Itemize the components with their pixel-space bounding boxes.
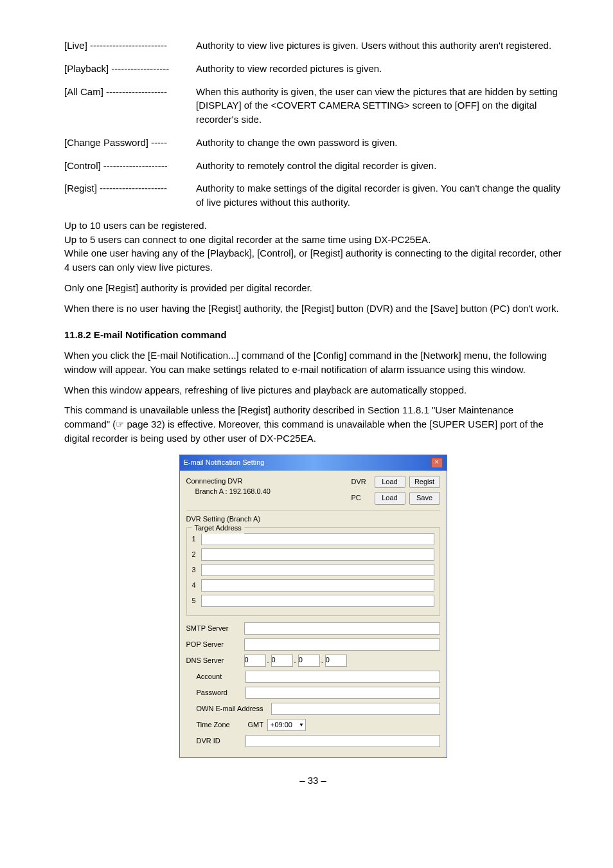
email-notification-dialog: E-mail Notification Setting × Connnectin… <box>179 455 447 759</box>
timezone-value: +09:00 <box>271 720 292 730</box>
dvr-load-button[interactable]: Load <box>375 476 405 489</box>
target-row-number: 1 <box>192 534 201 545</box>
account-label: Account <box>197 672 245 682</box>
account-input[interactable] <box>245 671 440 683</box>
definitions-list: [Live] ------------------------ Authorit… <box>64 39 562 210</box>
def-label: [Change Password] ----- <box>64 136 196 150</box>
password-input[interactable] <box>245 687 440 699</box>
chevron-down-icon: ▼ <box>296 721 304 729</box>
section-heading: 11.8.2 E-mail Notification command <box>64 328 562 342</box>
def-label: [Live] ------------------------ <box>64 39 196 53</box>
paragraph: This command is unavailable unless the [… <box>64 403 562 445</box>
connecting-dvr-label: Connnecting DVR <box>186 476 271 487</box>
def-label: [Regist] --------------------- <box>64 181 196 210</box>
target-row-number: 4 <box>192 581 201 591</box>
connecting-dvr-block: Connnecting DVR Branch A : 192.168.0.40 <box>186 476 271 497</box>
titlebar: E-mail Notification Setting × <box>180 455 447 471</box>
dvr-regist-button[interactable]: Regist <box>409 476 440 489</box>
target-address-input[interactable] <box>201 533 434 545</box>
target-address-input[interactable] <box>201 548 434 561</box>
target-row-number: 2 <box>192 550 201 560</box>
smtp-input[interactable] <box>244 622 440 635</box>
target-address-legend: Target Address <box>192 523 244 534</box>
paragraph: Only one [Regist] authority is provided … <box>64 281 562 295</box>
paragraph: Up to 10 users can be registered. Up to … <box>64 219 562 275</box>
text: Up to 10 users can be registered. <box>64 220 207 231</box>
text: While one user having any of the [Playba… <box>64 248 562 273</box>
def-label: [Control] -------------------- <box>64 159 196 173</box>
def-label: [All Cam] ------------------- <box>64 85 196 127</box>
def-desc: Authority to make settings of the digita… <box>196 181 562 210</box>
target-address-group: Target Address 12345 <box>186 527 440 616</box>
close-icon[interactable]: × <box>431 458 443 468</box>
own-email-input[interactable] <box>271 703 440 715</box>
dvrid-label: DVR ID <box>197 736 245 746</box>
def-desc: Authority to remotely control the digita… <box>196 159 562 173</box>
target-row-number: 5 <box>192 596 201 606</box>
timezone-label: Time Zone <box>197 720 244 730</box>
dvrid-input[interactable] <box>245 735 440 747</box>
pc-load-button[interactable]: Load <box>375 492 405 505</box>
def-desc: Authority to view recorded pictures is g… <box>196 62 562 76</box>
gmt-label: GMT <box>248 720 263 730</box>
pop-input[interactable] <box>244 638 440 651</box>
pc-label: PC <box>351 493 371 503</box>
paragraph: When you click the [E-mail Notification.… <box>64 348 562 377</box>
text: Up to 5 users can connect to one digital… <box>64 234 431 245</box>
timezone-select[interactable]: +09:00 ▼ <box>267 719 306 731</box>
def-label: [Playback] ------------------ <box>64 62 196 76</box>
page-number: – 33 – <box>64 773 562 788</box>
pop-label: POP Server <box>186 640 244 650</box>
own-email-label: OWN E-mail Address <box>197 704 271 714</box>
def-desc: Authority to change the own password is … <box>196 136 562 150</box>
password-label: Password <box>197 688 245 698</box>
dns-octet-1[interactable]: 0 <box>244 655 266 667</box>
pc-save-button[interactable]: Save <box>409 492 440 505</box>
branch-address: Branch A : 192.168.0.40 <box>186 486 271 497</box>
def-desc: Authority to view live pictures is given… <box>196 39 562 53</box>
dns-label: DNS Server <box>186 656 244 666</box>
def-desc: When this authority is given, the user c… <box>196 85 562 127</box>
smtp-label: SMTP Server <box>186 624 244 634</box>
dns-octet-4[interactable]: 0 <box>325 655 347 667</box>
dns-octet-3[interactable]: 0 <box>298 655 320 667</box>
target-address-input[interactable] <box>201 579 434 592</box>
paragraph: When this window appears, refreshing of … <box>64 383 562 397</box>
dialog-title: E-mail Notification Setting <box>184 458 265 468</box>
paragraph: When there is no user having the [Regist… <box>64 302 562 316</box>
dvr-label: DVR <box>351 477 371 487</box>
dns-octet-2[interactable]: 0 <box>271 655 293 667</box>
target-address-input[interactable] <box>201 595 434 607</box>
dns-input-group: 0. 0. 0. 0 <box>244 655 347 667</box>
target-row-number: 3 <box>192 565 201 575</box>
target-address-input[interactable] <box>201 564 434 576</box>
